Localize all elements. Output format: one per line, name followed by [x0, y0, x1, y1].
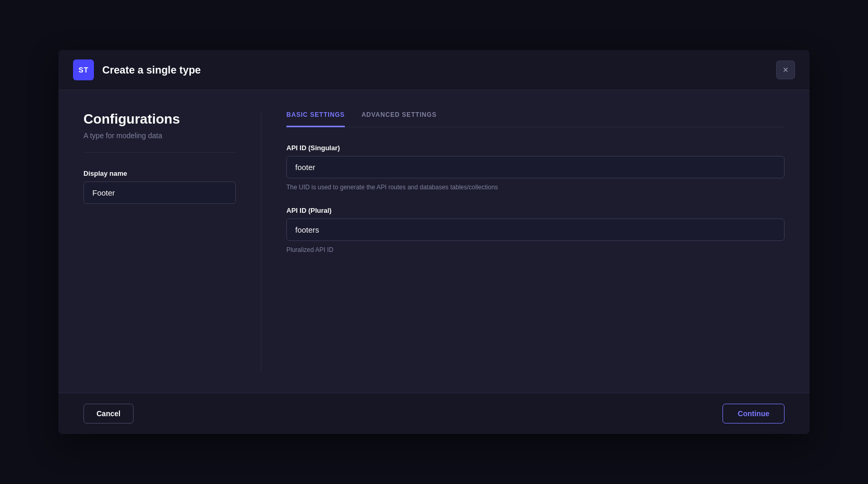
modal-body: Configurations A type for modeling data …: [58, 90, 810, 393]
modal-title: Create a single type: [102, 64, 201, 76]
tabs-container: BASIC SETTINGS ADVANCED SETTINGS: [286, 111, 785, 127]
display-name-label: Display name: [83, 170, 236, 177]
single-type-badge: ST: [73, 59, 94, 80]
continue-button[interactable]: Continue: [722, 404, 785, 424]
tab-advanced-settings[interactable]: ADVANCED SETTINGS: [361, 111, 437, 127]
modal-header: ST Create a single type ×: [58, 50, 810, 90]
api-id-plural-group: API ID (Plural) Pluralized API ID: [286, 207, 785, 255]
modal-container: ST Create a single type × Configurations…: [58, 50, 810, 434]
api-id-plural-label: API ID (Plural): [286, 207, 785, 214]
close-button[interactable]: ×: [776, 60, 795, 79]
cancel-button[interactable]: Cancel: [83, 404, 134, 424]
configurations-subtitle: A type for modeling data: [83, 131, 236, 140]
api-id-singular-label: API ID (Singular): [286, 144, 785, 152]
modal-footer: Cancel Continue: [58, 393, 810, 434]
header-left: ST Create a single type: [73, 59, 201, 80]
display-name-section: Display name: [83, 170, 236, 204]
api-id-plural-hint: Pluralized API ID: [286, 245, 785, 255]
right-column: BASIC SETTINGS ADVANCED SETTINGS API ID …: [261, 111, 785, 372]
left-column: Configurations A type for modeling data …: [83, 111, 261, 372]
display-name-input[interactable]: [83, 182, 236, 204]
api-id-singular-hint: The UID is used to generate the API rout…: [286, 183, 785, 192]
api-id-singular-input[interactable]: [286, 156, 785, 178]
configurations-title: Configurations: [83, 111, 236, 127]
tab-basic-settings[interactable]: BASIC SETTINGS: [286, 111, 345, 127]
left-divider: [83, 152, 236, 153]
modal-overlay: ST Create a single type × Configurations…: [0, 0, 868, 484]
api-id-singular-group: API ID (Singular) The UID is used to gen…: [286, 144, 785, 192]
api-id-plural-input[interactable]: [286, 219, 785, 241]
